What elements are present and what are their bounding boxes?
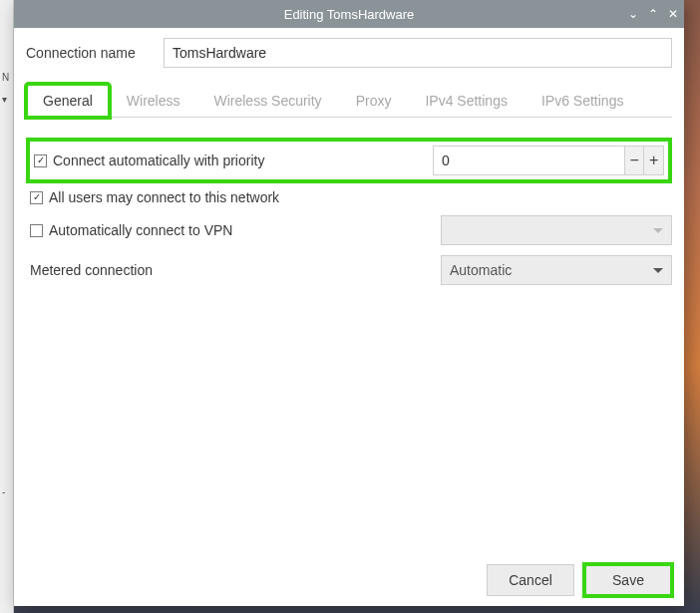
tab-body-general: Connect automatically with priority − + … bbox=[26, 128, 672, 544]
save-button[interactable]: Save bbox=[584, 564, 672, 596]
auto-vpn-label: Automatically connect to VPN bbox=[49, 222, 232, 238]
cancel-button[interactable]: Cancel bbox=[487, 564, 574, 596]
minimize-icon[interactable]: ⌄ bbox=[628, 7, 638, 21]
window-controls: ⌄ ⌃ ✕ bbox=[628, 7, 678, 21]
tab-wireless-security[interactable]: Wireless Security bbox=[196, 84, 338, 117]
side-dash: - bbox=[2, 486, 12, 500]
auto-connect-checkbox[interactable] bbox=[34, 154, 47, 167]
dialog-buttons: Cancel Save bbox=[14, 554, 684, 606]
chevron-down-icon bbox=[653, 268, 663, 273]
chevron-down-icon: ▾ bbox=[2, 94, 12, 108]
tab-ipv4-settings[interactable]: IPv4 Settings bbox=[408, 84, 525, 117]
background-panel: N ▾ - bbox=[0, 0, 14, 613]
side-letter: N bbox=[2, 72, 12, 86]
priority-input[interactable] bbox=[433, 146, 624, 175]
close-icon[interactable]: ✕ bbox=[668, 7, 678, 21]
all-users-label: All users may connect to this network bbox=[49, 189, 279, 205]
metered-dropdown[interactable]: Automatic bbox=[441, 255, 672, 285]
dialog: Editing TomsHardware ⌄ ⌃ ✕ Connection na… bbox=[14, 0, 684, 606]
tab-proxy[interactable]: Proxy bbox=[339, 84, 409, 117]
priority-spinner: − + bbox=[433, 146, 664, 175]
maximize-icon[interactable]: ⌃ bbox=[648, 7, 658, 21]
connection-name-label: Connection name bbox=[26, 45, 154, 61]
priority-increment-button[interactable]: + bbox=[644, 146, 664, 175]
minus-icon: − bbox=[629, 152, 638, 169]
priority-decrement-button[interactable]: − bbox=[624, 146, 644, 175]
chevron-down-icon bbox=[653, 228, 663, 233]
all-users-row: All users may connect to this network bbox=[26, 189, 672, 205]
plus-icon: + bbox=[649, 152, 658, 169]
tab-ipv6-settings[interactable]: IPv6 Settings bbox=[525, 84, 641, 117]
all-users-checkbox[interactable] bbox=[30, 191, 43, 204]
tabs: General Wireless Wireless Security Proxy… bbox=[26, 84, 672, 118]
metered-label: Metered connection bbox=[30, 262, 153, 278]
metered-row: Metered connection Automatic bbox=[26, 255, 672, 285]
auto-vpn-row: Automatically connect to VPN bbox=[26, 215, 672, 245]
auto-connect-label: Connect automatically with priority bbox=[53, 153, 264, 168]
titlebar[interactable]: Editing TomsHardware ⌄ ⌃ ✕ bbox=[14, 0, 684, 28]
auto-vpn-dropdown[interactable] bbox=[441, 215, 672, 245]
connection-name-input[interactable] bbox=[164, 38, 672, 68]
auto-vpn-checkbox[interactable] bbox=[30, 224, 43, 237]
window-title: Editing TomsHardware bbox=[14, 7, 684, 22]
tab-general[interactable]: General bbox=[26, 84, 110, 118]
metered-value: Automatic bbox=[450, 262, 512, 278]
dialog-content: Connection name General Wireless Wireles… bbox=[14, 28, 684, 554]
connection-name-row: Connection name bbox=[26, 38, 672, 68]
tab-wireless[interactable]: Wireless bbox=[110, 84, 197, 117]
